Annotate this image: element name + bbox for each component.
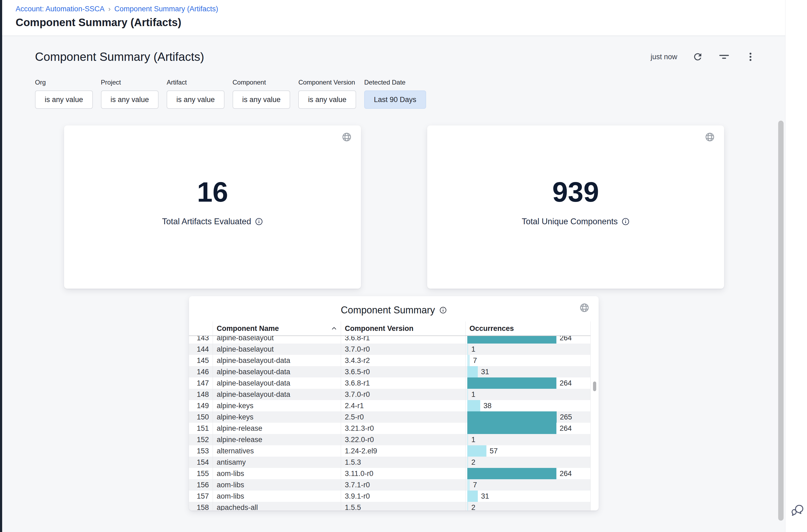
breadcrumb-account-link[interactable]: Account: Automation-SSCA — [16, 5, 104, 13]
component-name-cell: alternatives — [213, 445, 341, 457]
dashboard-area: Component Summary (Artifacts) just now — [2, 37, 786, 511]
info-icon[interactable] — [621, 217, 630, 226]
filter-group-artifact: Artifact is any value — [167, 79, 225, 109]
row-number-cell: 152 — [189, 434, 213, 445]
table-title: Component Summary — [341, 304, 435, 316]
occurrences-cell: 264 — [465, 468, 591, 479]
row-number-cell: 149 — [189, 400, 213, 412]
table-body: 143 alpine-baselayout 3.6.8-r1 264 144 a… — [189, 336, 591, 511]
table-row: 148 alpine-baselayout-data 3.7.0-r0 1 — [189, 389, 591, 400]
occurrence-bar — [467, 423, 556, 434]
component-name-cell: alpine-release — [213, 434, 341, 445]
occurrence-bar — [467, 378, 556, 389]
breadcrumb-page-link[interactable]: Component Summary (Artifacts) — [114, 5, 218, 13]
component-name-cell: alpine-baselayout-data — [213, 389, 341, 400]
table-row: 158 apacheds-all 1.5.5 2 — [189, 502, 591, 511]
occurrences-cell: 264 — [465, 378, 591, 389]
left-nav-edge — [0, 0, 2, 532]
info-icon[interactable] — [255, 217, 263, 226]
column-header-occurrences[interactable]: Occurrences — [465, 321, 591, 336]
occurrence-bar — [467, 400, 480, 412]
component-version-cell: 3.22.0-r0 — [341, 434, 465, 445]
row-number-cell: 143 — [189, 336, 213, 344]
support-chat-icon[interactable] — [789, 503, 804, 517]
refresh-button[interactable] — [692, 51, 704, 63]
table-header-row: Component Name Component Version Occurre… — [189, 321, 591, 336]
occurrence-value: 2 — [471, 458, 475, 467]
right-gutter — [785, 0, 807, 532]
app-canvas: Account: Automation-SSCA › Component Sum… — [0, 0, 807, 532]
filter-label: Detected Date — [364, 79, 426, 86]
table-row: 144 alpine-baselayout 3.7.0-r0 1 — [189, 344, 591, 355]
component-name-cell: alpine-baselayout — [213, 336, 341, 344]
occurrences-cell: 265 — [465, 412, 591, 423]
column-header-component-version[interactable]: Component Version — [341, 321, 465, 336]
occurrences-cell: 57 — [465, 445, 591, 457]
table-title-row: Component Summary — [189, 296, 599, 321]
occurrence-value: 264 — [560, 470, 572, 478]
component-version-cell: 2.4-r1 — [341, 400, 465, 412]
table-scrollbar-thumb[interactable] — [593, 381, 596, 391]
globe-icon — [705, 132, 715, 143]
column-header-component-name[interactable]: Component Name — [213, 321, 341, 336]
filter-value-button[interactable]: is any value — [167, 91, 225, 109]
occurrences-cell: 264 — [465, 423, 591, 434]
component-version-cell: 3.9.1-r0 — [341, 491, 465, 502]
table-row: 157 aom-libs 3.9.1-r0 31 — [189, 491, 591, 502]
column-header-row-number — [189, 321, 213, 336]
row-number-cell: 154 — [189, 457, 213, 468]
component-version-cell: 3.6.8-r1 — [341, 336, 465, 344]
filter-label: Org — [35, 79, 93, 86]
row-number-cell: 148 — [189, 389, 213, 400]
stat-tile: 939 Total Unique Components — [427, 126, 724, 289]
occurrences-cell: 31 — [465, 491, 591, 502]
table-row: 156 aom-libs 3.7.1-r0 7 — [189, 479, 591, 491]
component-name-cell: apacheds-all — [213, 502, 341, 511]
info-icon[interactable] — [439, 306, 447, 314]
sort-ascending-icon — [330, 325, 338, 332]
globe-icon — [579, 303, 590, 314]
component-version-cell: 3.7.0-r0 — [341, 389, 465, 400]
component-name-cell: aom-libs — [213, 468, 341, 479]
component-name-cell: alpine-baselayout-data — [213, 378, 341, 389]
breadcrumb-separator-icon: › — [108, 5, 111, 13]
filter-value-button[interactable]: is any value — [101, 91, 159, 109]
occurrence-bar — [467, 344, 468, 355]
stat-label: Total Artifacts Evaluated — [162, 217, 251, 226]
filter-label: Component — [233, 79, 290, 86]
filter-label: Artifact — [167, 79, 225, 86]
last-refreshed-label: just now — [651, 53, 677, 61]
filter-group-project: Project is any value — [101, 79, 159, 109]
occurrence-bar — [467, 502, 468, 511]
page-scrollbar-thumb[interactable] — [778, 120, 784, 521]
occurrence-bar — [467, 445, 486, 457]
page-header: Account: Automation-SSCA › Component Sum… — [2, 0, 786, 36]
filter-group-org: Org is any value — [35, 79, 93, 109]
component-version-cell: 1.24-2.el9 — [341, 445, 465, 457]
filter-value-button[interactable]: is any value — [35, 91, 93, 109]
occurrence-value: 38 — [483, 402, 492, 410]
stat-value: 939 — [552, 178, 599, 206]
occurrence-bar — [467, 457, 468, 468]
filter-value-button[interactable]: Last 90 Days — [364, 91, 426, 109]
row-number-cell: 150 — [189, 412, 213, 423]
filter-value-button[interactable]: is any value — [233, 91, 290, 109]
component-name-cell: antisamy — [213, 457, 341, 468]
row-number-cell: 157 — [189, 491, 213, 502]
row-number-cell: 153 — [189, 445, 213, 457]
occurrence-bar — [467, 479, 470, 491]
occurrence-value: 7 — [473, 481, 477, 489]
row-number-cell: 155 — [189, 468, 213, 479]
occurrence-bar — [467, 468, 556, 479]
component-version-cell: 3.11.0-r0 — [341, 468, 465, 479]
more-options-button[interactable] — [745, 51, 756, 63]
filter-bar: Org is any value Project is any value Ar… — [2, 63, 786, 109]
occurrence-value: 1 — [471, 345, 475, 354]
occurrences-cell: 1 — [465, 434, 591, 445]
component-version-cell: 3.7.0-r0 — [341, 344, 465, 355]
table-row: 150 alpine-keys 2.5-r0 265 — [189, 412, 591, 423]
filter-value-button[interactable]: is any value — [298, 91, 356, 109]
component-name-cell: alpine-baselayout-data — [213, 366, 341, 378]
component-version-cell: 2.5-r0 — [341, 412, 465, 423]
filter-button[interactable] — [718, 51, 730, 63]
